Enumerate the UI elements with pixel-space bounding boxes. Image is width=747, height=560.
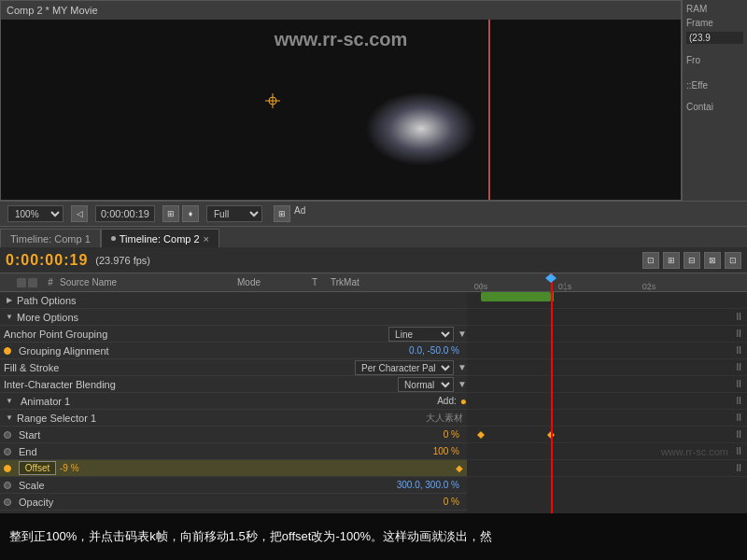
track-row-9 — [467, 427, 747, 443]
tl-ctrl-4[interactable]: ⊠ — [704, 252, 721, 269]
row-label-fill: Fill & Stroke — [4, 362, 351, 373]
preview-glow — [365, 91, 477, 166]
tab-active-indicator — [111, 236, 116, 241]
row-label-path: Path Options — [17, 295, 467, 306]
row-label-start: Start — [19, 429, 440, 441]
row-label-interchar: Inter-Character Blending — [4, 379, 394, 390]
radio-scale[interactable] — [4, 482, 11, 489]
tl-ctrl-1[interactable]: ⊡ — [642, 252, 659, 269]
table-row[interactable]: Scale 300.0, 300.0 % — [0, 477, 467, 494]
row-toggle-anim[interactable]: ▼ — [4, 396, 15, 407]
timeline-tracks: 00s 01s 02s IIII — [467, 273, 747, 513]
interchar-dropdown-icon: ▼ — [458, 379, 467, 389]
col-icon-2 — [28, 278, 37, 287]
keyframe-diamond-left[interactable] — [477, 431, 485, 439]
ram-label: RAM — [686, 4, 743, 14]
table-row[interactable]: Offset -9 % ◆ — [0, 460, 467, 477]
track-row-7 — [467, 393, 747, 410]
table-row[interactable]: Opacity 0 % — [0, 494, 467, 511]
options-btn1[interactable]: ⊞ — [274, 205, 290, 222]
ad-label: Ad — [292, 205, 307, 222]
playhead-line[interactable] — [551, 273, 553, 513]
row-label-more: More Options — [17, 312, 467, 323]
radio-opacity[interactable] — [4, 498, 11, 506]
radio-end[interactable] — [4, 448, 11, 455]
table-row[interactable]: Inter-Character Blending Normal ▼ — [0, 376, 467, 393]
frame-label: Frame — [686, 18, 743, 28]
table-row[interactable]: Grouping Alignment 0.0, -50.0 % — [0, 343, 467, 359]
table-row[interactable]: Anchor Point Grouping Line ▼ — [0, 326, 467, 343]
add-icon[interactable]: ● — [460, 395, 467, 408]
col-icon-1 — [17, 278, 26, 287]
col-icons — [17, 278, 37, 287]
fps-value: (23.9 — [686, 32, 743, 44]
row-label-range: Range Selector 1 — [17, 413, 426, 424]
tl-ctrl-3[interactable]: ⊟ — [684, 252, 700, 269]
timecode-display: 0:00:00:19 — [95, 205, 155, 222]
anchor-grouping-select[interactable]: Line — [388, 327, 454, 342]
crosshair-icon — [265, 93, 280, 108]
tab-comp2[interactable]: Timeline: Comp 2 × — [101, 229, 219, 247]
zoom-select[interactable]: 100% — [7, 205, 63, 222]
ruler-tick-1 — [565, 282, 566, 291]
track-row-5 — [467, 359, 747, 376]
table-row[interactable]: Fill & Stroke Per Character Pal ▼ — [0, 359, 467, 376]
watermark: www.rr-sc.com — [275, 29, 408, 50]
track-row-11 — [467, 460, 747, 477]
table-row[interactable]: ▼ Range Selector 1 大人素材 — [0, 410, 467, 427]
row-label-opacity: Opacity — [19, 497, 440, 508]
timeline-timecode: 0:00:00:19 — [6, 252, 88, 269]
subtitle-bar: 整到正100%，并点击码表k帧，向前移动1.5秒，把offset改为-100%。… — [0, 513, 747, 560]
timeline-fps: (23.976 fps) — [95, 255, 150, 266]
row-label-scale: Scale — [19, 480, 393, 491]
quality-select-wrapper[interactable]: Full — [206, 205, 262, 222]
table-row[interactable]: End 100 % — [0, 443, 467, 460]
tab-comp2-label: Timeline: Comp 2 — [120, 233, 200, 245]
start-value: 0 % — [444, 429, 467, 440]
col-hash: # — [41, 277, 60, 287]
offset-diamond-indicator: ◆ — [456, 463, 467, 473]
preview-icon2[interactable]: ♦ — [182, 205, 199, 222]
radio-offset[interactable] — [4, 465, 11, 472]
table-row[interactable]: ▼ More Options — [0, 309, 467, 326]
radio-grouping[interactable] — [4, 347, 11, 355]
preview-icon1[interactable]: ⊞ — [162, 205, 179, 222]
track-row-3 — [467, 326, 747, 343]
frame-back-icon[interactable]: ◁ — [71, 205, 88, 222]
table-row[interactable]: ▼ Animator 1 Add: ● — [0, 393, 467, 410]
timeline-ruler: 00s 01s 02s — [467, 273, 747, 292]
col-t: T — [312, 277, 331, 287]
interchar-select[interactable]: Normal — [398, 377, 454, 392]
fill-stroke-select[interactable]: Per Character Pal — [355, 360, 454, 375]
row-toggle-path[interactable]: ▶ — [4, 295, 15, 306]
fro-label: Fro — [686, 55, 743, 65]
add-label: Add: — [437, 396, 457, 406]
contai-label: Contai — [686, 102, 743, 112]
tl-ctrl-5[interactable]: ⊡ — [725, 252, 741, 269]
quality-select[interactable]: Full — [206, 205, 262, 222]
playhead-diamond[interactable] — [545, 273, 557, 283]
col-trkmat: TrkMat — [331, 277, 387, 287]
watermark-range: 大人素材 — [426, 412, 467, 425]
col-source: Source Name — [60, 277, 237, 287]
scale-value: 300.0, 300.0 % — [397, 480, 467, 490]
track-row-2 — [467, 309, 747, 326]
tab-comp1[interactable]: Timeline: Comp 1 — [0, 229, 101, 247]
table-row[interactable]: Start 0 % — [0, 427, 467, 443]
track-row-6 — [467, 376, 747, 393]
row-label-anchor: Anchor Point Grouping — [4, 329, 385, 340]
tab-close-icon[interactable]: × — [204, 233, 209, 245]
track-row-1 — [467, 292, 747, 309]
opacity-value: 0 % — [444, 497, 467, 507]
track-row-4 — [467, 343, 747, 359]
table-row[interactable]: ▶ Path Options — [0, 292, 467, 309]
row-toggle-range[interactable]: ▼ — [4, 413, 15, 424]
end-value: 100 % — [433, 446, 467, 456]
tl-ctrl-2[interactable]: ⊞ — [663, 252, 680, 269]
radio-start[interactable] — [4, 431, 11, 439]
track-row-8 — [467, 410, 747, 427]
offset-field[interactable]: Offset — [19, 461, 56, 475]
col-mode: Mode — [237, 277, 312, 287]
row-toggle-more[interactable]: ▼ — [4, 312, 15, 323]
zoom-select-wrapper[interactable]: 100% — [7, 205, 63, 222]
